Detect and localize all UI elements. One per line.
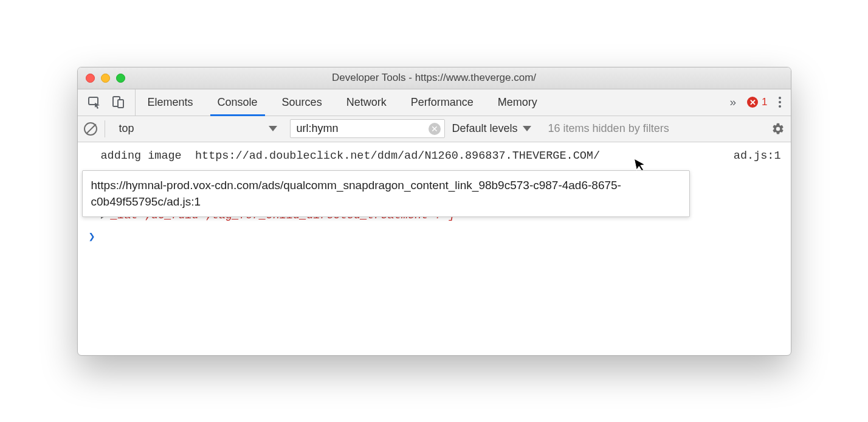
tab-sources[interactable]: Sources	[270, 89, 334, 116]
console-filter-input[interactable]: ✕	[290, 119, 445, 138]
window-title: Developer Tools - https://www.theverge.c…	[78, 72, 791, 84]
clear-console-icon[interactable]	[84, 122, 97, 136]
caret-down-icon	[523, 126, 531, 131]
error-icon: ✕	[747, 97, 758, 108]
titlebar: Developer Tools - https://www.theverge.c…	[78, 67, 791, 89]
more-tabs-icon[interactable]: »	[729, 95, 736, 109]
close-window-button[interactable]	[86, 74, 95, 83]
source-tooltip: https://hymnal-prod.vox-cdn.com/ads/qual…	[82, 170, 690, 217]
context-label: top	[119, 122, 134, 135]
svg-rect-2	[118, 100, 123, 108]
inspect-element-icon[interactable]	[88, 95, 101, 109]
error-count: 1	[762, 96, 767, 108]
filter-text[interactable]	[297, 122, 406, 135]
console-prompt[interactable]: ❯	[78, 226, 791, 247]
log-source-link[interactable]: ad.js:1	[729, 148, 781, 165]
device-toolbar-icon[interactable]	[112, 95, 125, 109]
devtools-window: Developer Tools - https://www.theverge.c…	[77, 67, 791, 356]
clear-filter-icon[interactable]: ✕	[429, 123, 441, 135]
log-levels-select[interactable]: Default levels	[452, 122, 531, 135]
devtools-toolbar: Elements Console Sources Network Perform…	[78, 89, 791, 116]
error-count-badge[interactable]: ✕ 1	[747, 96, 767, 108]
hidden-count-label: 16 items hidden by filters	[548, 122, 669, 135]
tab-network[interactable]: Network	[334, 89, 399, 116]
zoom-window-button[interactable]	[116, 74, 125, 83]
settings-menu-icon[interactable]	[779, 97, 781, 108]
minimize-window-button[interactable]	[101, 74, 110, 83]
tab-performance[interactable]: Performance	[399, 89, 486, 116]
tab-memory[interactable]: Memory	[486, 89, 549, 116]
console-filterbar: top ✕ Default levels 16 items hidden by …	[78, 116, 791, 142]
panel-tabs: Elements Console Sources Network Perform…	[136, 89, 549, 116]
console-settings-icon[interactable]	[771, 122, 785, 136]
tab-elements[interactable]: Elements	[136, 89, 205, 116]
console-output[interactable]: adding image https://ad.doubleclick.net/…	[78, 142, 791, 355]
traffic-lights	[78, 74, 125, 83]
svg-rect-0	[89, 97, 98, 105]
levels-label: Default levels	[452, 122, 518, 135]
tab-console[interactable]: Console	[205, 89, 270, 116]
log-entry[interactable]: adding image https://ad.doubleclick.net/…	[78, 147, 791, 166]
execution-context-select[interactable]: top	[112, 119, 283, 138]
caret-down-icon	[269, 126, 277, 131]
